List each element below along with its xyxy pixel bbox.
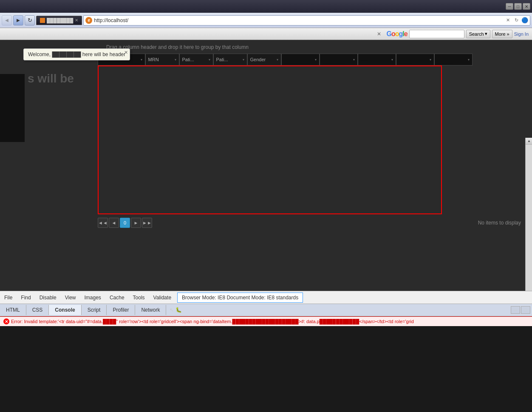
current-page-button[interactable]: 0 <box>120 218 130 228</box>
browser-tab[interactable]: ████████ ✕ <box>36 16 82 25</box>
title-bar: ─ □ ✕ <box>0 0 532 13</box>
close-button[interactable]: ✕ <box>523 3 530 10</box>
error-icon: ✕ <box>3 318 9 324</box>
col-header-5[interactable]: ████████ ▾ <box>281 54 320 65</box>
google-search-button[interactable]: Search ▾ <box>466 30 490 38</box>
col-arrow-0: ▾ <box>141 58 142 62</box>
address-go-button[interactable]: 🔵 <box>521 17 528 23</box>
google-more-button[interactable]: More » <box>492 30 512 38</box>
pagination: ◄◄ ◄ 0 ► ►► No items to display <box>98 218 521 228</box>
error-text: Error: Invalid template:'<tr data-uid="#… <box>11 319 414 324</box>
col-label-7: ...... <box>361 57 374 62</box>
col-arrow-2: ▾ <box>209 58 210 62</box>
bug-icon[interactable]: 🐛 <box>175 307 182 313</box>
scroll-track[interactable] <box>526 145 532 291</box>
col-header-8[interactable]: ████ ▾ <box>396 54 434 65</box>
sidebar-text-left: s will be <box>28 72 74 85</box>
header-hint: here will be header <box>82 51 125 57</box>
col-header-2[interactable]: Pati... ▾ <box>179 54 213 65</box>
minimize-button[interactable]: ─ <box>506 3 513 10</box>
col-arrow-6: ▾ <box>353 58 355 62</box>
error-bar: ✕ Error: Invalid template:'<tr data-uid=… <box>0 316 532 326</box>
google-logo: Google <box>386 30 407 38</box>
devtools-menu-images[interactable]: Images <box>80 291 105 304</box>
google-search-input[interactable] <box>409 30 464 38</box>
devtools-menu-disable[interactable]: Disable <box>35 291 61 304</box>
col-arrow-7: ▾ <box>391 58 393 62</box>
devtools-tab-console[interactable]: Console <box>49 305 81 315</box>
right-scrollbar: ▲ ▼ <box>525 138 532 291</box>
col-arrow-5: ▾ <box>315 58 317 62</box>
google-signin-link[interactable]: Sign In <box>514 31 529 37</box>
address-go-icon[interactable]: ↻ <box>513 17 520 24</box>
col-label-9: █████ <box>437 57 454 62</box>
devtools-menu-file[interactable]: File <box>0 291 17 304</box>
col-header-3[interactable]: Pati... ▾ <box>213 54 247 65</box>
toolbar-close-icon[interactable]: ✕ <box>377 31 381 37</box>
back-button[interactable]: ◄ <box>2 15 12 26</box>
devtools-tab-network[interactable]: Network <box>135 305 166 315</box>
address-refresh-icon[interactable]: ✕ <box>504 17 511 24</box>
col-header-9[interactable]: █████ ▾ <box>434 54 473 65</box>
last-page-button[interactable]: ►► <box>142 218 152 228</box>
no-items-text: No items to display <box>478 220 521 226</box>
devtools-menu-find[interactable]: Find <box>17 291 35 304</box>
data-grid <box>98 65 442 214</box>
devtools-tab-html[interactable]: HTML <box>0 305 26 315</box>
webpage: ✕ Welcome, ████████ here will be header … <box>0 40 532 291</box>
browser-mode-text: Browser Mode: IE8 Document Mode: IE8 sta… <box>177 293 303 303</box>
scroll-up-button[interactable]: ▲ <box>526 138 532 145</box>
devtools-restore-button[interactable]: □ <box>521 306 530 314</box>
col-label-4: Gender <box>250 57 266 62</box>
google-toolbar: ✕ Google Search ▾ More » Sign In <box>0 28 532 40</box>
datagrid-area: Drag a column header and drop it here to… <box>93 40 525 291</box>
sidebar-dark-block <box>0 74 25 142</box>
tab-close-icon[interactable]: ✕ <box>75 18 78 23</box>
next-page-button[interactable]: ► <box>131 218 141 228</box>
devtools-minimize-button[interactable]: ─ <box>511 306 520 314</box>
col-arrow-3: ▾ <box>243 58 244 62</box>
devtools-tabs: HTML CSS Console Script Profiler Network… <box>0 304 532 316</box>
refresh-button[interactable]: ↻ <box>25 15 35 26</box>
main-content: ✕ Welcome, ████████ here will be header … <box>0 40 532 291</box>
col-header-6[interactable]: ███████ ▾ <box>320 54 358 65</box>
col-header-1[interactable]: MRN ▾ <box>145 54 179 65</box>
col-arrow-9: ▾ <box>468 58 470 62</box>
devtools-menu-view[interactable]: View <box>61 291 80 304</box>
restore-button[interactable]: □ <box>514 3 522 10</box>
tab-title: ████████ <box>47 18 73 23</box>
devtools-menu-bar: File Find Disable View Images Cache Tool… <box>0 291 532 304</box>
tooltip-close-icon[interactable]: ✕ <box>124 50 128 55</box>
col-label-3: Pati... <box>216 57 228 62</box>
column-headers: ████████████ ▾ MRN ▾ Pati... ▾ Pati... ▾… <box>98 54 521 65</box>
nav-bar: ◄ ► ↻ ████████ ✕ ✕ ↻ 🔵 <box>0 13 532 28</box>
devtools-menu-validate[interactable]: Validate <box>149 291 175 304</box>
devtools-menu-tools[interactable]: Tools <box>129 291 149 304</box>
col-label-2: Pati... <box>182 57 194 62</box>
devtools-tab-css[interactable]: CSS <box>26 305 49 315</box>
first-page-button[interactable]: ◄◄ <box>98 218 108 228</box>
col-header-4[interactable]: Gender ▾ <box>247 54 281 65</box>
devtools-icons: ↖ 🐛 <box>170 307 182 313</box>
tab-favicon <box>40 18 45 23</box>
col-arrow-8: ▾ <box>430 58 431 62</box>
col-label-6: ███████ <box>323 57 346 62</box>
drag-hint-text: Drag a column header and drop it here to… <box>98 44 521 50</box>
welcome-tooltip: ✕ Welcome, ████████ here will be header <box>23 48 130 60</box>
devtools-tab-profiler[interactable]: Profiler <box>107 305 135 315</box>
welcome-text: Welcome, ████████ <box>28 51 81 57</box>
devtools-window-controls: ─ □ <box>511 306 532 314</box>
devtools-menu-cache[interactable]: Cache <box>105 291 129 304</box>
prev-page-button[interactable]: ◄ <box>109 218 119 228</box>
col-label-8: ████ <box>399 57 412 62</box>
tab-area: ████████ ✕ <box>36 16 82 25</box>
devtools-tab-script[interactable]: Script <box>82 305 107 315</box>
google-search-label: Search <box>469 31 484 37</box>
google-search-arrow-icon: ▾ <box>485 31 487 37</box>
cursor-icon[interactable]: ↖ <box>170 307 174 313</box>
address-bar-container: ✕ ↻ 🔵 <box>83 15 530 26</box>
col-header-7[interactable]: ...... ▾ <box>358 54 396 65</box>
address-input[interactable] <box>94 17 503 23</box>
forward-button[interactable]: ► <box>13 15 23 26</box>
col-arrow-1: ▾ <box>175 58 176 62</box>
